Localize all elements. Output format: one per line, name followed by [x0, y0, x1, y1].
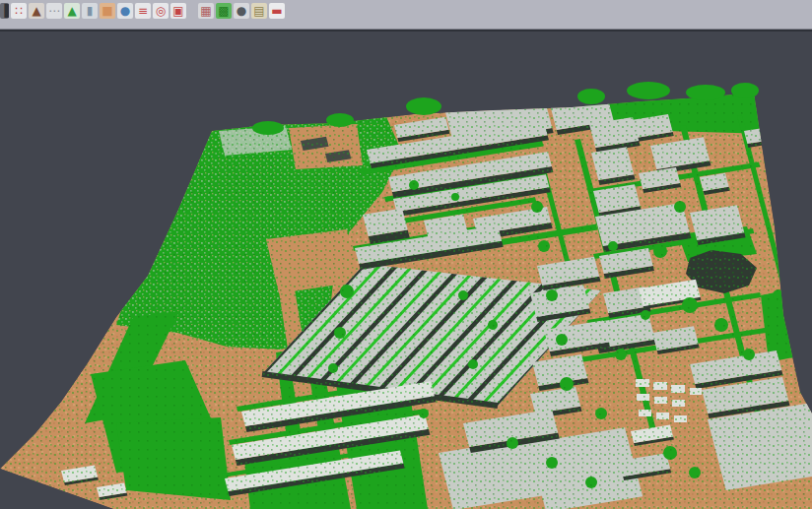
pointcloud-render	[0, 0, 812, 509]
texture-mesh-icon[interactable]: ▤	[251, 3, 267, 19]
building-shadow	[774, 152, 802, 159]
tree-canopy	[731, 83, 759, 98]
mountain-dem-icon[interactable]: ▲	[29, 3, 44, 19]
orthophoto-icon[interactable]: ■	[100, 3, 115, 19]
tree-canopy	[406, 97, 441, 115]
point-cloud-icon[interactable]: ⋯	[46, 3, 62, 19]
checker-filter-icon[interactable]: ▦	[198, 3, 214, 19]
building-roof	[775, 215, 801, 228]
target-circle-icon[interactable]: ◎	[153, 3, 169, 19]
sphere-render-icon[interactable]: ●	[234, 3, 249, 19]
tree-canopy	[252, 121, 284, 135]
viewport-3d[interactable]	[0, 0, 812, 509]
layer-cards-icon[interactable]: ▬	[269, 3, 285, 19]
building-shadow	[778, 224, 802, 231]
building-roof	[771, 140, 801, 156]
tree-canopy	[326, 113, 354, 127]
profile-column-icon[interactable]: ▮	[82, 3, 98, 19]
crop-box-icon[interactable]: ▣	[170, 3, 186, 19]
clipped-tool-icon[interactable]: ▐	[0, 3, 9, 19]
classification-map-icon[interactable]: ▩	[216, 3, 232, 19]
terrain-tile	[0, 91, 812, 509]
main-toolbar: ▐∷▲⋯▲▮■●≡◎▣▦▩●▤▬	[0, 0, 812, 30]
point-pairs-icon[interactable]: ∷	[11, 3, 27, 19]
tree-canopy	[627, 82, 670, 99]
tree-canopy	[577, 89, 605, 104]
terrain-hill-icon[interactable]: ▲	[64, 3, 80, 19]
globe-icon[interactable]: ●	[117, 3, 133, 19]
tree-canopy	[686, 85, 725, 100]
contour-lines-icon[interactable]: ≡	[135, 3, 151, 19]
